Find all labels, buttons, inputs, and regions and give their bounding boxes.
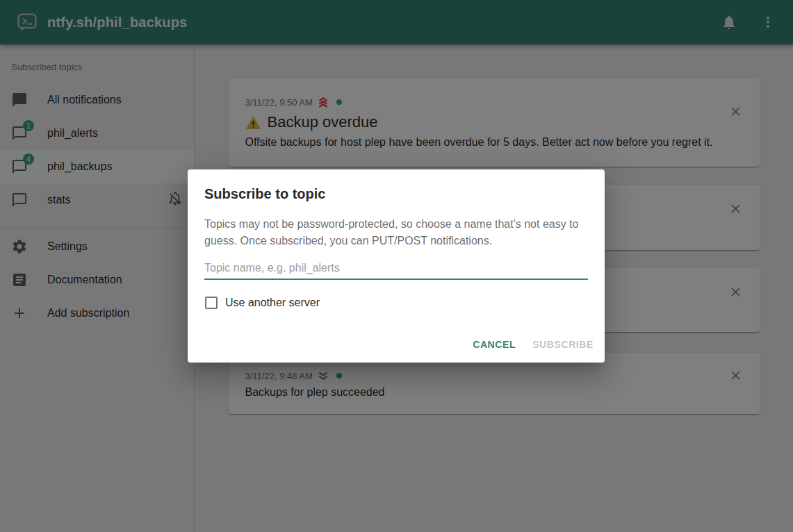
dialog-description: Topics may not be password-protected, so… <box>204 216 588 249</box>
dialog-title: Subscribe to topic <box>188 169 605 202</box>
cancel-button[interactable]: CANCEL <box>467 332 521 357</box>
topic-name-input[interactable] <box>204 259 588 280</box>
subscribe-dialog: Subscribe to topic Topics may not be pas… <box>188 169 605 363</box>
checkbox-unchecked-icon[interactable] <box>205 297 218 309</box>
use-another-server-option[interactable]: Use another server <box>204 297 588 309</box>
dialog-actions: CANCEL SUBSCRIBE <box>467 332 599 357</box>
checkbox-label: Use another server <box>225 297 320 309</box>
subscribe-button[interactable]: SUBSCRIBE <box>527 332 599 357</box>
